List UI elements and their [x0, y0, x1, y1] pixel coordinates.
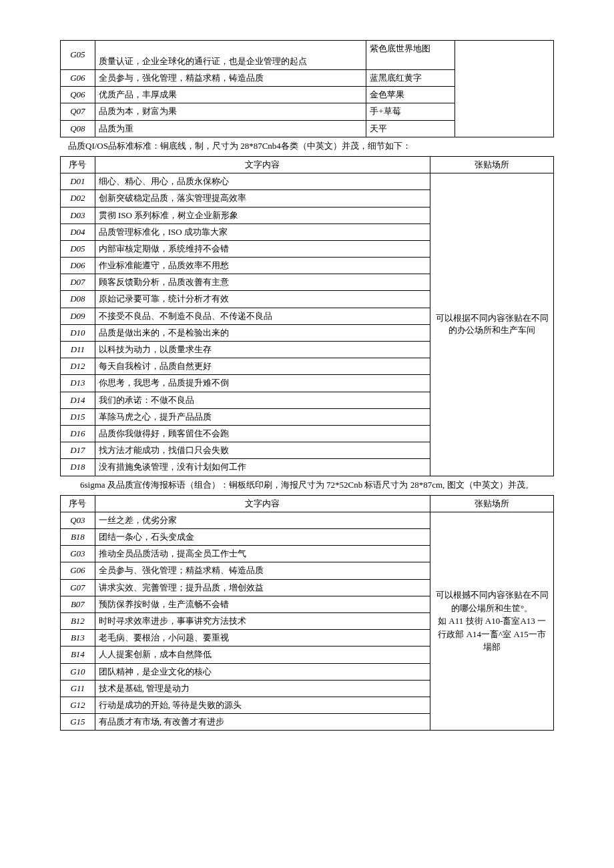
cell-content: 质量认证，企业全球化的通行证，也是企业管理的起点	[95, 41, 366, 70]
cell-content: 品质为本，财富为果	[95, 103, 366, 120]
intertext-2: 6sigma 及品质宣传海报标语（组合）：铜板纸印刷，海报尺寸为 72*52Cn…	[60, 479, 554, 491]
cell-content: 预防保养按时做，生产流畅不会错	[95, 596, 430, 612]
cell-id: G03	[61, 546, 95, 562]
cell-content: 技术是基础, 管理是动力	[95, 680, 430, 697]
cell-id: B14	[61, 646, 95, 663]
cell-content: 老毛病、要根治，小问题、要重视	[95, 630, 430, 646]
cell-content: 贯彻 ISO 系列标准，树立企业新形象	[95, 207, 430, 224]
cell-id: B18	[61, 529, 95, 546]
cell-note-merged	[455, 41, 554, 137]
cell-content: 团结一条心，石头变成金	[95, 529, 430, 546]
header-note: 张贴场所	[430, 495, 554, 512]
cell-extra: 蓝黑底红黄字	[366, 70, 455, 87]
cell-content: 不接受不良品、不制造不良品、不传递不良品	[95, 308, 430, 324]
cell-id: D11	[61, 342, 95, 358]
cell-content: 原始记录要可靠，统计分析才有效	[95, 291, 430, 308]
cell-id: G15	[61, 714, 95, 731]
cell-id: G07	[61, 579, 95, 596]
cell-content: 有品质才有市场, 有改善才有进步	[95, 714, 430, 731]
table-row: G05 质量认证，企业全球化的通行证，也是企业管理的起点 紫色底世界地图	[61, 41, 554, 70]
cell-id: B07	[61, 596, 95, 612]
cell-content: 没有措施免谈管理，没有计划如何工作	[95, 459, 430, 476]
cell-id: D18	[61, 459, 95, 476]
cell-id: D08	[61, 291, 95, 308]
cell-id: Q08	[61, 120, 95, 137]
header-content: 文字内容	[95, 156, 430, 173]
cell-id: D03	[61, 207, 95, 224]
cell-id: D17	[61, 442, 95, 459]
cell-id: D13	[61, 375, 95, 392]
cell-id: D12	[61, 358, 95, 375]
cell-id: D07	[61, 274, 95, 291]
cell-content: 讲求实效、完善管理；提升品质，增创效益	[95, 579, 430, 596]
cell-id: G06	[61, 70, 95, 87]
header-id: 序号	[61, 495, 95, 512]
table-header-row: 序号 文字内容 张贴场所	[61, 495, 554, 512]
cell-content: 全员参与、强化管理；精益求精、铸造品质	[95, 562, 430, 579]
cell-content: 一丝之差，优劣分家	[95, 512, 430, 528]
cell-id: G10	[61, 663, 95, 680]
intertext-1: 品质QI/OS品标准标准：铜底线，制，尺寸为 28*87Cnb4各类（中英文）并…	[60, 140, 554, 152]
cell-id: D10	[61, 324, 95, 341]
table-row: D01细心、精心、用心，品质永保称心可以根据不同内容张贴在不同的办公场所和生产车…	[61, 173, 554, 190]
cell-content: 创新突破稳定品质，落实管理提高效率	[95, 190, 430, 207]
cell-extra: 紫色底世界地图	[366, 41, 455, 70]
table-row: Q03一丝之差，优劣分家可以根撼不同内容张贴在不同的哪公場所和生筐°。 如 A1…	[61, 512, 554, 528]
cell-extra: 手+草莓	[366, 103, 455, 120]
cell-content: 人人提案创新，成本自然降低	[95, 646, 430, 663]
cell-id: Q06	[61, 87, 95, 103]
table-3: 序号 文字内容 张贴场所 Q03一丝之差，优劣分家可以根撼不同内容张贴在不同的哪…	[60, 495, 554, 731]
table-2: 序号 文字内容 张贴场所 D01细心、精心、用心，品质永保称心可以根据不同内容张…	[60, 156, 554, 476]
cell-id: D14	[61, 392, 95, 408]
cell-id: G06	[61, 562, 95, 579]
cell-id: D04	[61, 224, 95, 240]
cell-id: D05	[61, 240, 95, 257]
cell-content: 我们的承诺：不做不良品	[95, 392, 430, 408]
cell-id: G12	[61, 697, 95, 713]
cell-id: B13	[61, 630, 95, 646]
cell-content: 全员参与，强化管理，精益求精，铸造品质	[95, 70, 366, 87]
cell-content: 找方法才能成功，找借口只会失败	[95, 442, 430, 459]
table-header-row: 序号 文字内容 张贴场所	[61, 156, 554, 173]
cell-content: 团队精神，是企业文化的核心	[95, 663, 430, 680]
cell-content: 行动是成功的开始, 等待是失败的源头	[95, 697, 430, 713]
header-id: 序号	[61, 156, 95, 173]
header-note: 张贴场所	[430, 156, 554, 173]
cell-extra: 天平	[366, 120, 455, 137]
cell-content: 品质管理标准化，ISO 成功靠大家	[95, 224, 430, 240]
cell-id: Q03	[61, 512, 95, 528]
cell-id: D01	[61, 173, 95, 190]
cell-content: 你思考，我思考，品质提升难不倒	[95, 375, 430, 392]
cell-content: 优质产品，丰厚成果	[95, 87, 366, 103]
cell-id: Q07	[61, 103, 95, 120]
cell-id: D09	[61, 308, 95, 324]
cell-id: G05	[61, 41, 95, 70]
header-content: 文字内容	[95, 495, 430, 512]
cell-content: 品质你我做得好，顾客留住不会跑	[95, 425, 430, 442]
cell-content: 以科技为动力，以质量求生存	[95, 342, 430, 358]
cell-content: 内部审核定期做，系统维持不会错	[95, 240, 430, 257]
cell-note-merged: 可以根撼不同内容张贴在不同的哪公場所和生筐°。 如 A11 技街 A10-畜室A…	[430, 512, 554, 730]
cell-id: G11	[61, 680, 95, 697]
cell-content: 推动全员品质活动，提高全员工作士气	[95, 546, 430, 562]
cell-content: 作业标准能遵守，品质效率不用愁	[95, 258, 430, 274]
cell-content: 顾客反馈勤分析，品质改善有主意	[95, 274, 430, 291]
cell-id: D16	[61, 425, 95, 442]
cell-content: 时时寻求效率进步，事事讲究方法技术	[95, 613, 430, 630]
cell-content: 每天自我检讨，品质自然更好	[95, 358, 430, 375]
cell-id: B12	[61, 613, 95, 630]
cell-content: 革除马虎之心，提升产品品质	[95, 408, 430, 425]
cell-content: 品质是做出来的，不是检验出来的	[95, 324, 430, 341]
cell-note-merged: 可以根据不同内容张贴在不同的办公场所和生产车间	[430, 173, 554, 476]
cell-content: 细心、精心、用心，品质永保称心	[95, 173, 430, 190]
cell-id: D15	[61, 408, 95, 425]
cell-extra: 金色苹果	[366, 87, 455, 103]
table-1: G05 质量认证，企业全球化的通行证，也是企业管理的起点 紫色底世界地图 G06…	[60, 40, 554, 137]
cell-id: D06	[61, 258, 95, 274]
cell-content: 品质为重	[95, 120, 366, 137]
cell-id: D02	[61, 190, 95, 207]
